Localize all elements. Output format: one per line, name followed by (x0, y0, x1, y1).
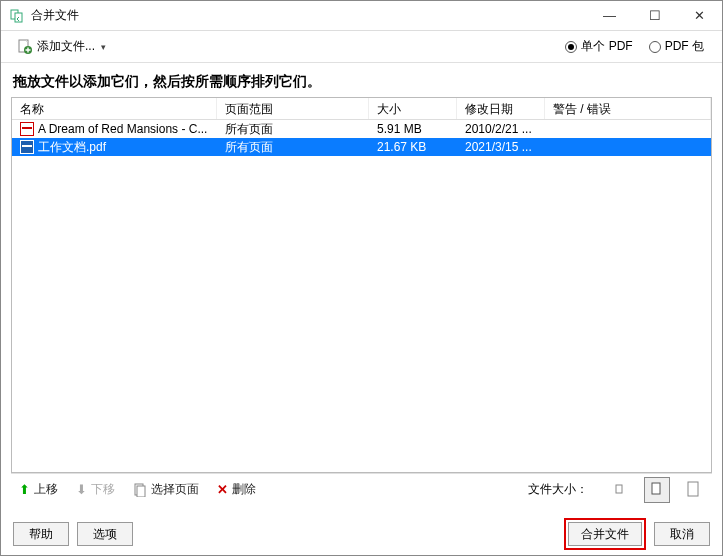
cancel-button[interactable]: 取消 (654, 522, 710, 546)
filesize-label: 文件大小： (528, 481, 588, 498)
list-header: 名称 页面范围 大小 修改日期 警告 / 错误 (12, 98, 711, 120)
merge-files-window: 合并文件 — ☐ ✕ 添加文件... ▾ 单个 PDF (0, 0, 723, 556)
footer: 帮助 选项 合并文件 取消 (1, 513, 722, 555)
instructions-text: 拖放文件以添加它们，然后按所需顺序排列它们。 (13, 73, 710, 91)
file-name: 工作文档.pdf (38, 140, 106, 154)
x-icon: ✕ (217, 482, 228, 497)
radio-package-label: PDF 包 (665, 38, 704, 55)
table-row[interactable]: A Dream of Red Mansions - C... 所有页面 5.91… (12, 120, 711, 138)
file-range: 所有页面 (217, 121, 369, 138)
radio-icon (649, 41, 661, 53)
chevron-down-icon: ▾ (101, 42, 106, 52)
col-warn[interactable]: 警告 / 错误 (545, 98, 711, 119)
col-range[interactable]: 页面范围 (217, 98, 369, 119)
add-files-label: 添加文件... (37, 38, 95, 55)
delete-button[interactable]: ✕ 删除 (213, 479, 260, 500)
radio-icon (565, 41, 577, 53)
col-size[interactable]: 大小 (369, 98, 457, 119)
minimize-button[interactable]: — (587, 1, 632, 31)
window-title: 合并文件 (31, 7, 587, 24)
lower-toolbar: ⬆ 上移 ⬇ 下移 选择页面 ✕ 删除 文件大小： (11, 473, 712, 505)
move-up-button[interactable]: ⬆ 上移 (15, 479, 62, 500)
highlight-box: 合并文件 (564, 518, 646, 550)
page-icon (133, 483, 147, 497)
size-medium-button[interactable] (644, 477, 670, 503)
content-area: 拖放文件以添加它们，然后按所需顺序排列它们。 名称 页面范围 大小 修改日期 警… (1, 63, 722, 513)
file-size: 5.91 MB (369, 122, 457, 136)
svg-rect-6 (616, 485, 622, 493)
svg-rect-5 (137, 486, 145, 497)
file-list: 名称 页面范围 大小 修改日期 警告 / 错误 A Dream of Red M… (11, 97, 712, 473)
delete-label: 删除 (232, 481, 256, 498)
size-large-button[interactable] (682, 477, 708, 503)
svg-rect-8 (688, 482, 698, 496)
add-files-button[interactable]: 添加文件... ▾ (11, 36, 112, 57)
file-name: A Dream of Red Mansions - C... (38, 122, 207, 136)
table-row[interactable]: 工作文档.pdf 所有页面 21.67 KB 2021/3/15 ... (12, 138, 711, 156)
col-date[interactable]: 修改日期 (457, 98, 545, 119)
radio-pdf-package[interactable]: PDF 包 (649, 38, 704, 55)
options-button[interactable]: 选项 (77, 522, 133, 546)
svg-rect-7 (652, 483, 660, 494)
maximize-button[interactable]: ☐ (632, 1, 677, 31)
file-date: 2010/2/21 ... (457, 122, 545, 136)
move-down-label: 下移 (91, 481, 115, 498)
window-controls: — ☐ ✕ (587, 1, 722, 31)
close-button[interactable]: ✕ (677, 1, 722, 31)
help-button[interactable]: 帮助 (13, 522, 69, 546)
merge-button[interactable]: 合并文件 (568, 522, 642, 546)
pdf-icon (20, 122, 34, 136)
radio-single-label: 单个 PDF (581, 38, 632, 55)
file-size: 21.67 KB (369, 140, 457, 154)
top-toolbar: 添加文件... ▾ 单个 PDF PDF 包 (1, 31, 722, 63)
app-icon (9, 8, 25, 24)
file-date: 2021/3/15 ... (457, 140, 545, 154)
list-body: A Dream of Red Mansions - C... 所有页面 5.91… (12, 120, 711, 472)
arrow-up-icon: ⬆ (19, 482, 30, 497)
file-range: 所有页面 (217, 139, 369, 156)
radio-single-pdf[interactable]: 单个 PDF (565, 38, 632, 55)
pdf-icon (20, 140, 34, 154)
select-pages-label: 选择页面 (151, 481, 199, 498)
add-files-icon (17, 39, 33, 55)
move-up-label: 上移 (34, 481, 58, 498)
arrow-down-icon: ⬇ (76, 482, 87, 497)
size-small-button[interactable] (606, 477, 632, 503)
col-name[interactable]: 名称 (12, 98, 217, 119)
output-type-group: 单个 PDF PDF 包 (565, 38, 704, 55)
move-down-button[interactable]: ⬇ 下移 (72, 479, 119, 500)
select-pages-button[interactable]: 选择页面 (129, 479, 203, 500)
titlebar: 合并文件 — ☐ ✕ (1, 1, 722, 31)
